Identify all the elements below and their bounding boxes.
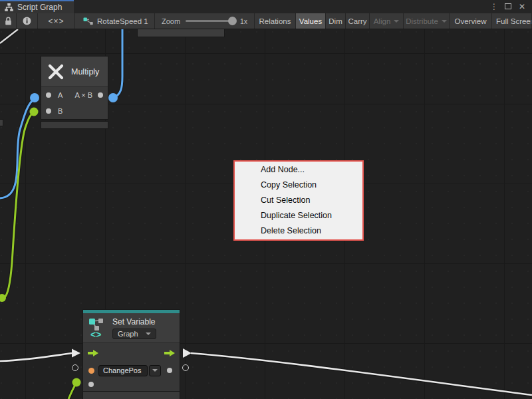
zoom-slider-handle[interactable] (228, 17, 237, 25)
value-output-port[interactable] (167, 368, 172, 373)
variable-port-row: ChangePos (83, 363, 180, 378)
wire-green-input (2, 112, 34, 298)
align-button[interactable]: Align (370, 13, 404, 29)
tab-script-graph[interactable]: Script Graph (0, 0, 74, 13)
multiply-node-footer (41, 122, 108, 128)
align-label: Align (374, 17, 391, 25)
menu-item-delete-selection[interactable]: Delete Selection (235, 223, 362, 239)
chevron-down-icon (394, 20, 399, 23)
flow-output-arrow-icon[interactable] (164, 349, 175, 357)
overview-button[interactable]: Overview (450, 13, 492, 29)
extra-input-port[interactable] (88, 382, 94, 387)
window-controls: ⋮ ✕ (489, 0, 532, 13)
wire-white-diagonal (0, 29, 18, 43)
flow-arrowhead-left (72, 349, 80, 358)
output-port-result[interactable] (98, 92, 103, 98)
wire-white-input (0, 353, 72, 361)
wire-blue-endpoint[interactable] (108, 93, 118, 102)
info-icon (23, 17, 31, 25)
chevron-down-icon (442, 20, 447, 23)
partial-node-top[interactable] (138, 29, 224, 37)
multiply-node-body: A A × B B (41, 87, 108, 119)
graph-breadcrumb[interactable]: RotateSpeed 1 (75, 13, 155, 29)
wire-blue-input (0, 98, 35, 198)
unconnected-port-right[interactable] (182, 364, 189, 371)
svg-text:<>: <> (90, 329, 101, 338)
scope-dropdown-label: Graph (118, 330, 138, 338)
zoom-control: Zoom 1x (155, 13, 255, 29)
zoom-label: Zoom (162, 17, 180, 25)
lock-icon (5, 17, 12, 25)
variable-name-label: ChangePos (103, 366, 142, 374)
wire-green-endpoint[interactable] (72, 378, 81, 387)
dim-button[interactable]: Dim (326, 13, 346, 29)
flow-port-row (83, 343, 180, 363)
variable-dropdown-button[interactable] (149, 365, 161, 376)
variable-name-dropdown[interactable]: ChangePos (98, 365, 148, 376)
graph-toolbar: <×> RotateSpeed 1 Zoom 1x Relations Valu… (0, 13, 532, 29)
port-row-a: A A × B (41, 87, 108, 103)
chevron-down-icon (152, 369, 158, 372)
info-button[interactable] (17, 13, 38, 29)
chevron-down-icon (146, 332, 151, 335)
zoom-slider[interactable] (186, 20, 235, 22)
carry-button[interactable]: Carry (346, 13, 370, 29)
distribute-button[interactable]: Distribute (404, 13, 450, 29)
context-menu: Add Node... Copy Selection Cut Selection… (233, 160, 364, 241)
input-port-b[interactable] (46, 108, 51, 114)
multiply-icon (48, 64, 64, 80)
wire-white-output (191, 353, 532, 395)
graph-icon (5, 3, 13, 11)
multiply-node-header[interactable]: Multiply (41, 57, 108, 87)
wire-green-bottom (68, 383, 76, 399)
input-port-a[interactable] (46, 92, 51, 98)
port-row-b: B (41, 103, 108, 119)
multiply-node[interactable]: Multiply A A × B B (41, 57, 108, 119)
more-options-icon[interactable]: ⋮ (489, 3, 499, 11)
extra-port-row (83, 378, 180, 392)
set-variable-body: ChangePos (83, 343, 180, 392)
wire-green-endpoint[interactable] (30, 108, 39, 116)
carry-connections-button[interactable]: <×> (38, 13, 75, 29)
relations-button[interactable]: Relations (255, 13, 296, 29)
scope-dropdown[interactable]: Graph (112, 329, 156, 339)
flow-arrowhead-right (183, 348, 192, 358)
node-title: Multiply (71, 67, 99, 76)
script-graph-window: Multiply A A × B B (0, 0, 532, 399)
port-b-label: B (58, 107, 63, 115)
set-variable-header[interactable]: <> Set Variable Graph (83, 313, 180, 343)
tab-title: Script Graph (17, 3, 62, 12)
set-variable-footer (83, 392, 180, 399)
port-a-label: A (58, 91, 63, 99)
wire-green-endpoint[interactable] (0, 294, 6, 302)
breadcrumb-label: RotateSpeed 1 (97, 17, 148, 25)
close-button[interactable]: ✕ (517, 3, 527, 11)
variable-input-port[interactable] (88, 368, 94, 374)
menu-item-duplicate-selection[interactable]: Duplicate Selection (235, 208, 362, 223)
full-screen-button[interactable]: Full Screen (492, 13, 532, 29)
flow-input-arrow-icon[interactable] (88, 349, 98, 357)
port-result-label: A × B (74, 91, 92, 99)
wire-blue-endpoint[interactable] (30, 93, 39, 102)
set-variable-node[interactable]: <> Set Variable Graph (83, 310, 180, 392)
wire-blue-output (113, 29, 122, 98)
values-button[interactable]: Values (296, 13, 326, 29)
angle-brackets-x-icon: <×> (48, 17, 64, 26)
lock-button[interactable] (0, 13, 17, 29)
menu-item-add-node[interactable]: Add Node... (235, 162, 362, 178)
graph-node-icon (83, 17, 93, 25)
zoom-value: 1x (240, 17, 247, 25)
maximize-button[interactable] (503, 3, 513, 11)
unconnected-port-left[interactable] (72, 364, 78, 371)
set-variable-icon: <> (88, 317, 106, 338)
partial-node-left-fragment (0, 120, 3, 126)
distribute-label: Distribute (406, 17, 438, 25)
node-title: Set Variable (112, 317, 156, 327)
menu-item-cut-selection[interactable]: Cut Selection (235, 193, 362, 208)
menu-item-copy-selection[interactable]: Copy Selection (235, 178, 362, 193)
title-bar: Script Graph ⋮ ✕ (0, 0, 532, 13)
